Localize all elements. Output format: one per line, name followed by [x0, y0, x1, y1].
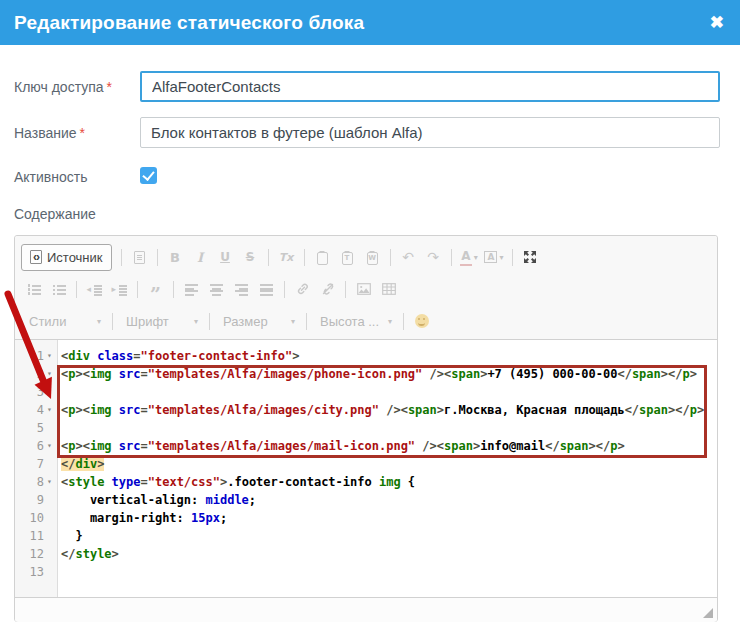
blockquote-icon: ” [148, 281, 164, 297]
line-number: 6▾ [15, 437, 57, 455]
toolbar-separator [112, 313, 113, 330]
strike-icon: S [242, 249, 258, 265]
content-editor: ‹› Источник BIUSTxTW↶↷A▾A▾ ” Стили▾Шрифт… [14, 235, 718, 622]
toolbar-separator [157, 249, 158, 266]
source-button[interactable]: ‹› Источник [21, 244, 112, 271]
fold-caret[interactable]: ▾ [44, 437, 55, 455]
maximize-button[interactable] [518, 245, 543, 270]
name-input[interactable] [140, 117, 720, 148]
activity-checkbox[interactable] [140, 167, 157, 184]
toolbar-separator [304, 249, 305, 266]
code-line [61, 563, 717, 581]
code-line: <p><img src="templates/Alfa/images/phone… [61, 365, 717, 383]
source-code-editor[interactable]: 1▾2▾34▾56▾78▾910111213 <div class="foote… [15, 340, 717, 597]
line-number-gutter: 1▾2▾34▾56▾78▾910111213 [15, 340, 58, 597]
blockquote-button[interactable]: ” [143, 277, 168, 302]
code-line: <style type="text/css">.footer-contact-i… [61, 473, 717, 491]
text-color-button[interactable]: A▾ [457, 245, 482, 270]
toolbar-separator [345, 281, 346, 298]
line-number: 1▾ [15, 347, 57, 365]
bulleted-list-button[interactable] [46, 277, 71, 302]
code-line [61, 383, 717, 401]
resize-handle-icon[interactable] [703, 608, 713, 618]
remove-format-button[interactable]: Tx [274, 245, 299, 270]
bg-color-icon: A [484, 251, 497, 263]
dropdown-font[interactable]: Шрифт▾ [118, 314, 204, 329]
text-color-icon: A [460, 249, 471, 266]
italic-button[interactable]: I [188, 245, 213, 270]
code-line: <p><img src="templates/Alfa/images/city.… [61, 401, 717, 419]
align-left-button[interactable] [179, 277, 204, 302]
access-key-input[interactable] [140, 71, 720, 102]
toolbar-separator [209, 313, 210, 330]
name-label: Название* [14, 125, 85, 141]
underline-button[interactable]: U [213, 245, 238, 270]
align-center-button[interactable] [204, 277, 229, 302]
table-button[interactable] [376, 277, 401, 302]
bg-color-button[interactable]: A▾ [482, 245, 507, 270]
align-center-icon [210, 283, 223, 295]
code-line: <div class="footer-contact-info"> [61, 347, 717, 365]
indent-icon [113, 283, 127, 296]
outdent-button[interactable] [82, 277, 107, 302]
bold-button[interactable]: B [163, 245, 188, 270]
activity-label: Активность [14, 169, 88, 185]
toolbar-separator [451, 249, 452, 266]
paste-word-button[interactable]: W [360, 245, 385, 270]
chevron-down-icon: ▾ [194, 317, 198, 326]
dropdown-size[interactable]: Размер▾ [215, 314, 301, 329]
toolbar-row-1: ‹› Источник BIUSTxTW↶↷A▾A▾ [21, 241, 711, 273]
paste-text-button[interactable]: T [335, 245, 360, 270]
strike-button[interactable]: S [238, 245, 263, 270]
bulleted-list-icon [52, 283, 66, 296]
fold-caret[interactable]: ▾ [44, 365, 55, 383]
code-line: } [61, 527, 717, 545]
indent-button[interactable] [107, 277, 132, 302]
align-right-button[interactable] [229, 277, 254, 302]
italic-icon: I [192, 249, 208, 265]
paste-word-icon: W [367, 252, 378, 265]
align-justify-button[interactable] [254, 277, 279, 302]
dropdown-line-height[interactable]: Высота ...▾ [312, 314, 398, 329]
toolbar-separator [512, 249, 513, 266]
line-number: 4▾ [15, 401, 57, 419]
link-icon [295, 281, 311, 297]
templates-button[interactable] [127, 245, 152, 270]
bold-icon: B [167, 249, 183, 265]
line-number: 5 [15, 419, 57, 437]
image-button[interactable] [351, 277, 376, 302]
dropdown-styles[interactable]: Стили▾ [21, 314, 107, 329]
code-lines: <div class="footer-contact-info"><p><img… [58, 340, 717, 597]
link-button[interactable] [290, 277, 315, 302]
maximize-icon [522, 249, 538, 265]
chevron-down-icon: ▾ [291, 317, 295, 326]
toolbar-separator [121, 249, 122, 266]
content-label: Содержание [14, 206, 96, 222]
source-icon: ‹› [30, 250, 42, 264]
unlink-button[interactable] [315, 277, 340, 302]
line-number: 10 [15, 509, 57, 527]
redo-button[interactable]: ↷ [421, 245, 446, 270]
unlink-icon [320, 281, 336, 297]
code-line: </div> [61, 455, 717, 473]
undo-button[interactable]: ↶ [396, 245, 421, 270]
redo-icon: ↷ [425, 249, 441, 265]
smiley-button[interactable] [409, 309, 434, 334]
modal-title: Редактирование статического блока [14, 12, 364, 34]
toolbar-separator [403, 313, 404, 330]
numbered-list-button[interactable] [21, 277, 46, 302]
fold-caret[interactable]: ▾ [44, 473, 55, 491]
align-right-icon [235, 283, 248, 295]
fold-caret[interactable]: ▾ [44, 347, 55, 365]
code-line: </style> [61, 545, 717, 563]
paste-button[interactable] [310, 245, 335, 270]
chevron-down-icon: ▾ [97, 317, 101, 326]
outdent-icon [88, 283, 102, 296]
code-line: vertical-align: middle; [61, 491, 717, 509]
fold-caret[interactable]: ▾ [44, 401, 55, 419]
close-icon[interactable]: ✖ [710, 14, 724, 31]
templates-icon [134, 251, 145, 264]
editor-toolbar: ‹› Источник BIUSTxTW↶↷A▾A▾ ” Стили▾Шрифт… [15, 236, 717, 340]
line-number: 7 [15, 455, 57, 473]
chevron-down-icon: ▾ [388, 317, 392, 326]
